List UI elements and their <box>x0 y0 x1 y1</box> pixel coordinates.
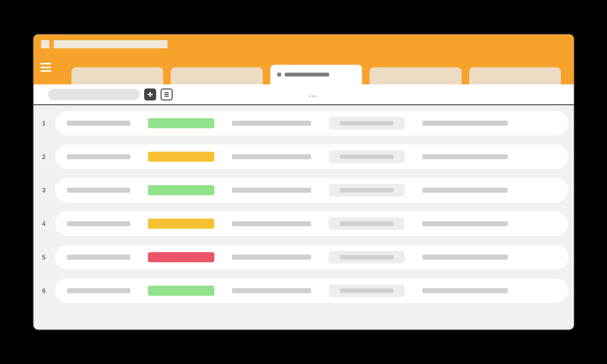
cell-detail <box>232 121 311 126</box>
cell-extra <box>422 255 508 260</box>
tab-indicator-icon <box>277 73 281 76</box>
cell-extra <box>422 154 508 159</box>
svg-rect-2 <box>164 92 169 93</box>
cell-detail <box>232 255 311 260</box>
row-card[interactable] <box>55 178 568 203</box>
cell-tag <box>329 150 405 163</box>
status-badge <box>148 152 214 162</box>
add-button[interactable] <box>144 88 156 100</box>
row-card[interactable] <box>55 211 568 236</box>
row-number: 4 <box>39 220 49 228</box>
tab-bar <box>71 65 561 84</box>
list-view-button[interactable] <box>161 88 173 100</box>
more-options-button[interactable]: ... <box>309 90 316 99</box>
cell-name <box>67 188 130 193</box>
list-row: 2 <box>39 144 568 169</box>
cell-name <box>67 255 130 260</box>
list-icon <box>163 91 170 98</box>
tab-1[interactable] <box>71 67 163 84</box>
cell-extra <box>422 221 508 226</box>
row-card[interactable] <box>55 278 568 303</box>
tab-2[interactable] <box>171 67 263 84</box>
cell-detail <box>232 188 311 193</box>
cell-name <box>67 121 130 126</box>
row-number: 2 <box>39 153 49 161</box>
toolbar: ... <box>34 84 574 105</box>
status-badge <box>148 118 214 128</box>
cell-detail <box>232 221 311 226</box>
app-title <box>54 40 168 48</box>
list-row: 1 <box>39 111 568 136</box>
tab-4[interactable] <box>370 67 462 84</box>
cell-tag <box>329 284 405 297</box>
row-card[interactable] <box>55 245 568 270</box>
cell-extra <box>422 288 508 293</box>
row-number: 1 <box>39 120 49 127</box>
tab-5[interactable] <box>469 67 561 84</box>
row-card[interactable] <box>55 144 568 169</box>
cell-extra <box>422 121 508 126</box>
list-row: 5 <box>39 245 568 270</box>
row-number: 5 <box>39 254 49 261</box>
status-badge <box>148 286 214 296</box>
list-row: 3 <box>39 178 568 203</box>
app-logo <box>41 40 49 48</box>
status-badge <box>148 219 214 229</box>
header <box>34 34 574 84</box>
svg-rect-1 <box>148 94 153 95</box>
list-row: 4 <box>39 211 568 236</box>
plus-icon <box>147 91 153 98</box>
app-window: ... 1 2 3 <box>33 33 575 331</box>
cell-extra <box>422 188 508 193</box>
list-content: 1 2 3 <box>34 105 574 303</box>
hamburger-menu-icon[interactable] <box>40 63 51 72</box>
cell-name <box>67 221 130 226</box>
svg-rect-4 <box>164 96 169 97</box>
row-number: 3 <box>39 187 49 194</box>
tab-3-active[interactable] <box>270 65 362 84</box>
tab-label <box>285 73 329 76</box>
row-number: 6 <box>39 287 49 294</box>
cell-tag <box>329 117 405 130</box>
cell-detail <box>232 154 311 159</box>
titlebar <box>34 34 574 48</box>
cell-name <box>67 154 130 159</box>
row-card[interactable] <box>55 111 568 136</box>
status-badge <box>148 185 214 195</box>
search-input[interactable] <box>48 89 140 100</box>
cell-name <box>67 288 130 293</box>
status-badge <box>148 252 214 262</box>
list-row: 6 <box>39 278 568 303</box>
cell-tag <box>329 251 405 264</box>
svg-rect-3 <box>164 94 169 95</box>
cell-tag <box>329 217 405 230</box>
cell-detail <box>232 288 311 293</box>
cell-tag <box>329 184 405 197</box>
